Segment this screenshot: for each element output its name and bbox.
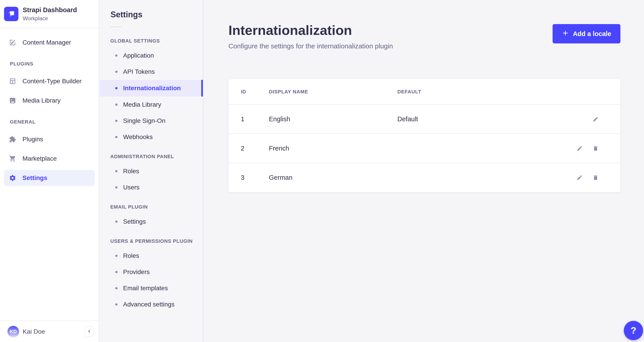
shopping-cart-icon — [8, 154, 17, 163]
question-mark-icon: ? — [630, 325, 636, 336]
locale-name: English — [269, 104, 397, 134]
locale-default: Default — [397, 104, 530, 134]
pencil-icon — [576, 175, 583, 181]
subnav-section-email-plugin: EMAIL PLUGIN — [100, 204, 203, 210]
bullet-icon — [115, 170, 118, 172]
locale-default — [397, 163, 530, 192]
locale-id: 2 — [228, 134, 269, 163]
nav-item-settings[interactable]: Settings — [4, 170, 94, 186]
puzzle-icon — [8, 135, 17, 144]
add-locale-button[interactable]: Add a locale — [552, 24, 620, 43]
subnav-item-webhooks[interactable]: Webhooks — [100, 129, 203, 145]
column-header-id: ID — [228, 79, 269, 104]
user-name: Kai Doe — [23, 328, 45, 335]
nav-item-label: Plugins — [22, 136, 43, 143]
nav-item-content-type-builder[interactable]: Content-Type Builder — [4, 73, 94, 89]
bullet-icon — [115, 186, 118, 189]
edit-locale-button[interactable] — [590, 114, 601, 124]
nav-item-content-manager[interactable]: Content Manager — [4, 34, 94, 51]
table-header-row: ID DISPLAY NAME DEFAULT — [228, 79, 620, 104]
locales-table: ID DISPLAY NAME DEFAULT 1 English Defaul… — [228, 79, 620, 192]
delete-locale-button[interactable] — [590, 173, 601, 183]
edit-locale-button[interactable] — [574, 173, 585, 183]
subnav-item-label: Media Library — [123, 101, 161, 108]
subnav-item-admin-roles[interactable]: Roles — [100, 163, 203, 179]
sidebar-footer: KD Kai Doe — [0, 321, 98, 342]
subnav-item-email-settings[interactable]: Settings — [100, 214, 203, 230]
bullet-icon — [115, 221, 118, 223]
help-button[interactable]: ? — [624, 321, 643, 340]
locale-name: French — [269, 134, 397, 163]
pencil-icon — [592, 116, 599, 122]
subnav-item-providers[interactable]: Providers — [100, 264, 203, 280]
table-row[interactable]: 1 English Default — [228, 104, 620, 134]
subnav-item-label: Settings — [123, 218, 146, 225]
row-actions — [530, 143, 620, 153]
bullet-icon — [115, 287, 118, 289]
column-header-display-name: DISPLAY NAME — [269, 79, 397, 104]
subnav-item-label: Roles — [123, 168, 139, 175]
locale-name: German — [269, 163, 397, 192]
main-sidebar: Strapi Dashboard Workplace Content Manag… — [0, 0, 99, 342]
nav-item-label: Marketplace — [22, 155, 57, 162]
add-locale-label: Add a locale — [573, 30, 611, 38]
subnav-title: Settings — [110, 10, 203, 19]
subnav-item-label: Roles — [123, 252, 139, 259]
subnav-item-email-templates[interactable]: Email templates — [100, 280, 203, 296]
nav-section-plugins: PLUGINS — [0, 61, 98, 67]
table-row[interactable]: 3 German — [228, 163, 620, 192]
nav-item-plugins[interactable]: Plugins — [4, 131, 94, 147]
nav-item-media-library[interactable]: Media Library — [4, 92, 94, 109]
subnav-section-users-permissions-plugin: USERS & PERMISSIONS PLUGIN — [100, 238, 203, 244]
bullet-icon — [115, 54, 118, 57]
subnav-item-label: Providers — [123, 268, 150, 276]
subnav-item-label: Users — [123, 184, 140, 191]
nav-item-marketplace[interactable]: Marketplace — [4, 150, 94, 167]
delete-locale-button[interactable] — [590, 143, 601, 153]
bullet-icon — [115, 87, 118, 89]
bullet-icon — [115, 255, 118, 257]
bullet-icon — [115, 120, 118, 122]
pen-feather-icon — [8, 38, 17, 47]
trash-icon — [592, 145, 599, 151]
bullet-icon — [115, 303, 118, 305]
nav-section-general: GENERAL — [0, 119, 98, 125]
row-actions — [530, 114, 620, 124]
subnav-item-label: Email templates — [123, 285, 168, 292]
subnav-section-global-settings: GLOBAL SETTINGS — [100, 38, 203, 44]
workspace-title: Strapi Dashboard — [23, 6, 77, 14]
workspace-header[interactable]: Strapi Dashboard Workplace — [0, 0, 98, 28]
workspace-subtitle: Workplace — [23, 15, 77, 22]
subnav-item-admin-users[interactable]: Users — [100, 179, 203, 196]
plus-icon — [562, 30, 569, 38]
trash-icon — [592, 175, 599, 181]
subnav-item-single-sign-on[interactable]: Single Sign-On — [100, 113, 203, 129]
page-header: Internationalization Configure the setti… — [228, 0, 620, 50]
gear-icon — [8, 174, 17, 183]
main-content: Internationalization Configure the setti… — [203, 0, 644, 342]
page-title: Internationalization — [228, 22, 393, 39]
subnav-item-advanced-settings[interactable]: Advanced settings — [100, 296, 203, 312]
subnav-item-internationalization[interactable]: Internationalization — [100, 80, 203, 97]
subnav-item-application[interactable]: Application — [100, 48, 203, 64]
subnav-item-media-library[interactable]: Media Library — [100, 97, 203, 113]
user-avatar[interactable]: KD — [8, 326, 19, 337]
edit-locale-button[interactable] — [574, 143, 585, 153]
subnav-item-api-tokens[interactable]: API Tokens — [100, 64, 203, 80]
bullet-icon — [115, 271, 118, 273]
subnav-item-label: Webhooks — [123, 133, 153, 141]
nav-item-label: Media Library — [22, 97, 61, 104]
row-actions — [530, 173, 620, 183]
subnav-item-label: Internationalization — [123, 85, 181, 92]
column-header-actions — [530, 79, 620, 104]
table-row[interactable]: 2 French — [228, 134, 620, 163]
collapse-sidebar-button[interactable] — [85, 326, 93, 337]
bullet-icon — [115, 136, 118, 138]
subnav-item-label: Application — [123, 52, 154, 59]
pencil-icon — [576, 145, 583, 151]
subnav-item-up-roles[interactable]: Roles — [100, 248, 203, 264]
nav-item-label: Settings — [22, 174, 47, 182]
column-header-default: DEFAULT — [397, 79, 530, 104]
locale-id: 1 — [228, 104, 269, 134]
strapi-logo-icon — [4, 7, 18, 21]
